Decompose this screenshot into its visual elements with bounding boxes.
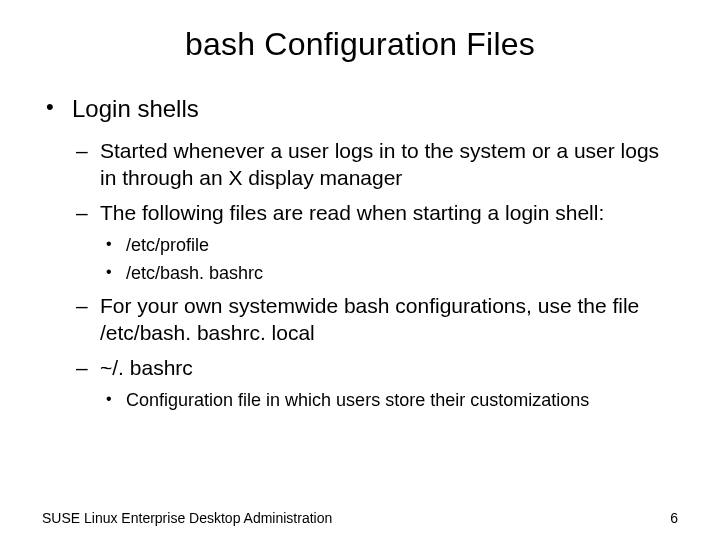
bullet-login-shells: Login shells Started whenever a user log…	[42, 93, 678, 412]
bullet-text: Started whenever a user logs in to the s…	[100, 139, 659, 189]
slide-title: bash Configuration Files	[0, 0, 720, 93]
bullet-text: The following files are read when starti…	[100, 201, 604, 224]
bullet-list-level-3: /etc/profile /etc/bash. bashrc	[100, 233, 678, 286]
bullet-text: Configuration file in which users store …	[126, 390, 589, 410]
bullet-text: ~/. bashrc	[100, 356, 193, 379]
bullet-following-files: The following files are read when starti…	[72, 200, 678, 285]
footer-source: SUSE Linux Enterprise Desktop Administra…	[42, 510, 332, 526]
bullet-text: /etc/bash. bashrc	[126, 263, 263, 283]
bullet-systemwide-config: For your own systemwide bash configurati…	[72, 293, 678, 347]
slide: bash Configuration Files Login shells St…	[0, 0, 720, 540]
bullet-user-bashrc: ~/. bashrc Configuration file in which u…	[72, 355, 678, 412]
bullet-user-customizations: Configuration file in which users store …	[100, 388, 678, 412]
bullet-list-level-1: Login shells Started whenever a user log…	[42, 93, 678, 412]
slide-footer: SUSE Linux Enterprise Desktop Administra…	[42, 510, 678, 526]
bullet-list-level-2: Started whenever a user logs in to the s…	[72, 138, 678, 412]
bullet-text: For your own systemwide bash configurati…	[100, 294, 639, 344]
bullet-text: Login shells	[72, 95, 199, 122]
footer-page-number: 6	[670, 510, 678, 526]
bullet-text: /etc/profile	[126, 235, 209, 255]
bullet-list-level-3: Configuration file in which users store …	[100, 388, 678, 412]
bullet-started-whenever: Started whenever a user logs in to the s…	[72, 138, 678, 192]
slide-content: Login shells Started whenever a user log…	[0, 93, 720, 412]
bullet-etc-bash-bashrc: /etc/bash. bashrc	[100, 261, 678, 285]
bullet-etc-profile: /etc/profile	[100, 233, 678, 257]
